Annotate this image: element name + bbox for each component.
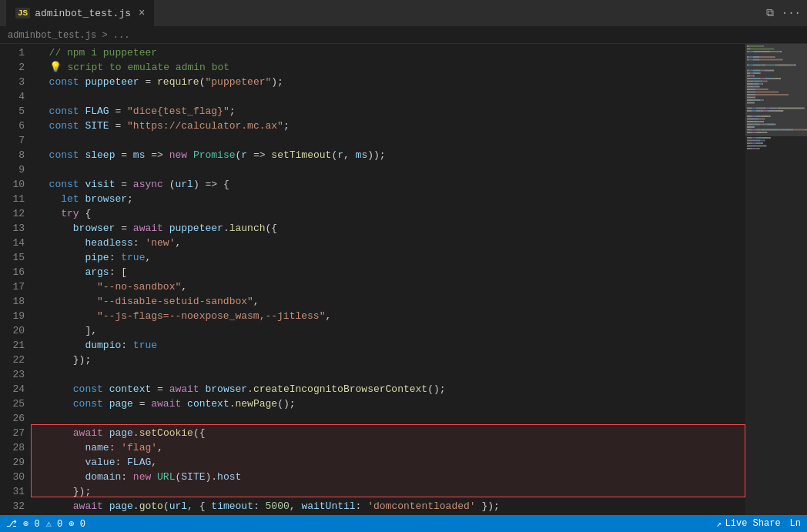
code-line: name: 'flag',: [37, 440, 745, 455]
code-line: const page = await context.newPage();: [37, 396, 745, 411]
code-line: const puppeteer = require("puppeteer");: [37, 75, 745, 89]
code-line: domain: new URL(SITE).host: [37, 470, 745, 484]
code-line: try {: [37, 206, 745, 221]
split-editor-icon[interactable]: ⧉: [766, 7, 774, 19]
editor-area: 1234567891011121314151617181920212223242…: [0, 44, 807, 515]
close-tab-icon[interactable]: ×: [139, 7, 145, 19]
live-share-label: Live Share: [725, 518, 781, 529]
source-control-icon[interactable]: ⎇: [6, 518, 17, 530]
code-line: const SITE = "https://calculator.mc.ax";: [37, 119, 745, 133]
warnings-count[interactable]: ⚠ 0: [46, 518, 63, 530]
tab-label: adminbot_test.js: [35, 8, 131, 19]
code-line: browser = await puppeteer.launch({: [37, 221, 745, 236]
code-content[interactable]: // npm i puppeteer 💡 script to emulate a…: [31, 44, 745, 515]
code-line: dumpio: true: [37, 338, 745, 353]
js-file-icon: JS: [15, 8, 30, 18]
more-actions-icon[interactable]: ···: [782, 7, 801, 19]
code-line: ],: [37, 323, 745, 338]
code-line: await page.setCookie({: [37, 426, 745, 440]
status-bar-left: ⎇ ⊗ 0 ⚠ 0 ⊕ 0: [6, 518, 85, 530]
code-line: await sleep(5000);: [37, 514, 745, 515]
code-line: const visit = async (url) => {: [37, 177, 745, 192]
code-line: const FLAG = "dice{test_flag}";: [37, 104, 745, 119]
title-bar-actions: ⧉ ···: [766, 7, 801, 19]
code-line: });: [37, 484, 745, 499]
editor-tab[interactable]: JS adminbot_test.js ×: [6, 0, 154, 27]
code-line: // npm i puppeteer: [37, 45, 745, 60]
code-line: [37, 162, 745, 177]
info-count[interactable]: ⊕ 0: [69, 518, 85, 530]
live-share-icon: ↗: [716, 518, 722, 530]
code-line: const context = await browser.createInco…: [37, 382, 745, 396]
code-line: headless: 'new',: [37, 236, 745, 250]
code-line: 💡 script to emulate admin bot: [37, 60, 745, 75]
status-bar: ⎇ ⊗ 0 ⚠ 0 ⊕ 0 ↗ Live Share Ln: [0, 515, 807, 532]
status-bar-right: ↗ Live Share Ln: [716, 518, 801, 530]
code-line: });: [37, 353, 745, 367]
title-bar: JS adminbot_test.js × ⧉ ···: [0, 0, 807, 27]
line-info[interactable]: Ln: [790, 518, 801, 529]
code-line: [37, 89, 745, 104]
code-line: [37, 367, 745, 382]
code-line: "--no-sandbox",: [37, 279, 745, 294]
code-line: args: [: [37, 265, 745, 279]
line-numbers: 1234567891011121314151617181920212223242…: [0, 44, 31, 515]
code-line: [37, 411, 745, 426]
live-share-button[interactable]: ↗ Live Share: [716, 518, 780, 530]
code-line: "--disable-setuid-sandbox",: [37, 294, 745, 309]
breadcrumb-text: adminbot_test.js > ...: [8, 30, 129, 41]
breadcrumb: adminbot_test.js > ...: [0, 27, 807, 44]
code-line: "--js-flags=--noexpose_wasm,--jitless",: [37, 309, 745, 323]
code-line: [37, 133, 745, 148]
minimap: [745, 44, 807, 515]
code-line: const sleep = ms => new Promise(r => set…: [37, 148, 745, 162]
code-line: value: FLAG,: [37, 455, 745, 470]
code-line: let browser;: [37, 192, 745, 206]
minimap-canvas: [745, 44, 807, 515]
code-line: pipe: true,: [37, 250, 745, 265]
errors-count[interactable]: ⊗ 0: [23, 518, 40, 530]
code-line: await page.goto(url, { timeout: 5000, wa…: [37, 499, 745, 514]
